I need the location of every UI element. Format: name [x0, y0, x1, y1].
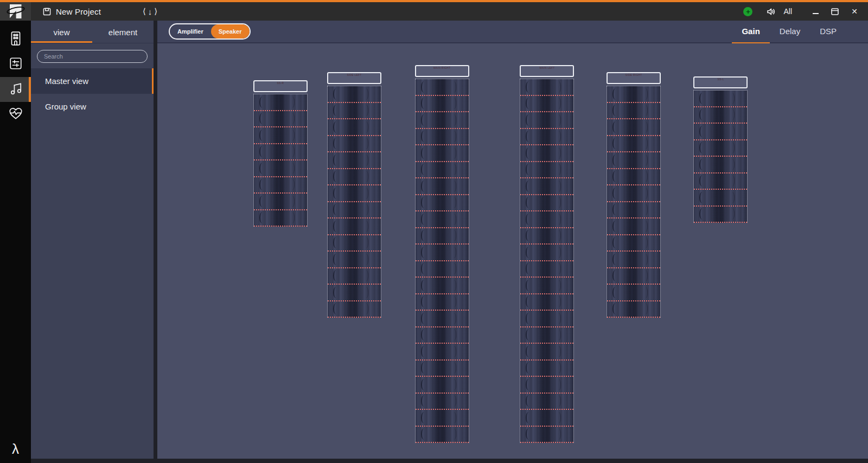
speaker-module[interactable]	[520, 245, 573, 261]
tab-view[interactable]: view	[31, 21, 92, 43]
speaker-module[interactable]	[694, 157, 747, 173]
speaker-module[interactable]	[328, 301, 381, 318]
speaker-module[interactable]	[607, 103, 660, 120]
chevron-left-icon[interactable]: ⟨	[142, 7, 146, 16]
speaker-module[interactable]	[328, 285, 381, 301]
speaker-module[interactable]	[520, 344, 573, 361]
speaker-module[interactable]	[607, 136, 660, 153]
speaker-module[interactable]	[520, 96, 573, 113]
speaker-module[interactable]	[328, 119, 381, 136]
arrow-down-icon[interactable]: ↓	[148, 7, 153, 16]
lambda-icon[interactable]: λ	[0, 435, 31, 463]
toggle-speaker[interactable]: Speaker	[211, 24, 250, 38]
speaker-module[interactable]	[520, 195, 573, 212]
speaker-module[interactable]	[520, 145, 573, 162]
speaker-module[interactable]	[416, 377, 469, 394]
sidebar-item-monitoring[interactable]	[0, 102, 31, 127]
speaker-module[interactable]	[254, 111, 307, 128]
speaker-module[interactable]	[694, 91, 747, 107]
speaker-module[interactable]	[607, 235, 660, 252]
speaker-module[interactable]	[416, 112, 469, 129]
speaker-module[interactable]	[607, 301, 660, 318]
speaker-module[interactable]	[520, 278, 573, 294]
speaker-module[interactable]	[416, 162, 469, 179]
speaker-module[interactable]	[520, 427, 573, 443]
speaker-module[interactable]	[416, 245, 469, 261]
speaker-module[interactable]	[416, 211, 469, 228]
sidebar-item-master-view[interactable]: Master view	[31, 68, 154, 94]
speaker-module[interactable]	[416, 278, 469, 294]
speaker-module[interactable]	[416, 427, 469, 443]
array-header[interactable]: SIDE LEFT	[327, 72, 381, 84]
speaker-module[interactable]	[254, 127, 307, 144]
search-input[interactable]	[37, 50, 148, 63]
speaker-module[interactable]	[520, 261, 573, 278]
speaker-module[interactable]	[520, 294, 573, 311]
speaker-module[interactable]	[520, 112, 573, 129]
speaker-module[interactable]	[328, 152, 381, 169]
array-header[interactable]: MAIN RIGHT	[415, 65, 469, 77]
speaker-module[interactable]	[328, 185, 381, 202]
speaker-module[interactable]	[328, 136, 381, 153]
speaker-module[interactable]	[416, 261, 469, 278]
speaker-module[interactable]	[607, 185, 660, 202]
speaker-module[interactable]	[416, 96, 469, 113]
mode-toggle[interactable]: Amplifier Speaker	[169, 23, 251, 40]
speaker-module[interactable]	[607, 202, 660, 219]
array-header[interactable]: MAIN LEFT	[520, 65, 574, 77]
speaker-module[interactable]	[607, 252, 660, 268]
speaker-module[interactable]	[416, 79, 469, 96]
speaker-module[interactable]	[416, 294, 469, 311]
speaker-module[interactable]	[328, 252, 381, 268]
speaker-module[interactable]	[254, 160, 307, 177]
speaker-module[interactable]	[607, 285, 660, 301]
tab-gain[interactable]: Gain	[732, 20, 769, 44]
speaker-module[interactable]	[520, 211, 573, 228]
sidebar-item-venue[interactable]	[0, 27, 31, 52]
speaker-module[interactable]	[607, 268, 660, 285]
sidebar-item-amplifier-settings[interactable]	[0, 52, 31, 77]
speaker-module[interactable]	[416, 311, 469, 327]
sidebar-item-music[interactable]	[0, 77, 31, 102]
panel-collapse-arrows[interactable]: ⟨ ↓ ⟩	[142, 2, 158, 21]
speaker-module[interactable]	[328, 268, 381, 285]
speaker-module[interactable]	[607, 152, 660, 169]
speaker-module[interactable]	[328, 103, 381, 120]
sidebar-item-group-view[interactable]: Group view	[31, 94, 154, 119]
speaker-module[interactable]	[254, 177, 307, 194]
speaker-module[interactable]	[520, 228, 573, 245]
speaker-module[interactable]	[328, 218, 381, 235]
audio-zone-label[interactable]: All	[783, 7, 792, 16]
speaker-module[interactable]	[694, 190, 747, 207]
speaker-module[interactable]	[694, 140, 747, 157]
speaker-module[interactable]	[328, 86, 381, 103]
tab-dsp[interactable]: DSP	[810, 20, 846, 44]
speaker-module[interactable]	[520, 361, 573, 377]
speaker-module[interactable]	[520, 327, 573, 344]
close-button[interactable]: ✕	[848, 5, 860, 17]
speaker-module[interactable]	[694, 173, 747, 190]
speaker-module[interactable]	[520, 394, 573, 410]
speaker-module[interactable]	[520, 162, 573, 179]
tab-delay[interactable]: Delay	[770, 20, 810, 44]
toggle-amplifier[interactable]: Amplifier	[170, 24, 211, 38]
speaker-module[interactable]	[607, 218, 660, 235]
speaker-module[interactable]	[416, 344, 469, 361]
speaker-module[interactable]	[694, 107, 747, 124]
speaker-module[interactable]	[254, 94, 307, 111]
array-header[interactable]: SIDE RIGHT	[607, 72, 661, 84]
speaker-module[interactable]	[607, 86, 660, 103]
speaker-module[interactable]	[416, 228, 469, 245]
speaker-module[interactable]	[520, 129, 573, 146]
speaker-module[interactable]	[416, 327, 469, 344]
speaker-module[interactable]	[520, 79, 573, 96]
speaker-module[interactable]	[254, 194, 307, 210]
chevron-right-icon[interactable]: ⟩	[154, 7, 158, 16]
array-header[interactable]: SS-L	[693, 76, 748, 88]
speaker-module[interactable]	[416, 195, 469, 212]
speaker-module[interactable]	[328, 202, 381, 219]
array-header[interactable]: SS-R	[253, 80, 308, 92]
speaker-module[interactable]	[254, 144, 307, 161]
maximize-button[interactable]	[829, 5, 841, 17]
speaker-module[interactable]	[694, 124, 747, 140]
